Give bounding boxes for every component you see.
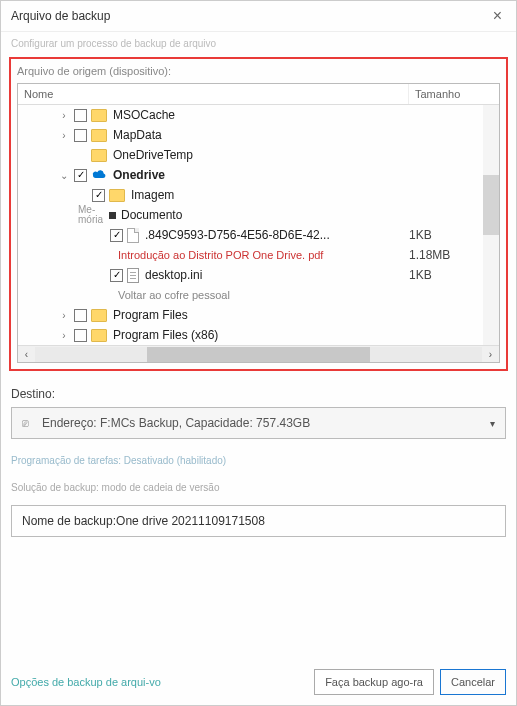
tree-row[interactable]: ›Program Files	[18, 305, 499, 325]
column-size[interactable]: Tamanho	[409, 84, 499, 104]
tree-item-label: desktop.ini	[145, 268, 202, 282]
tree-item-label: OneDriveTemp	[113, 148, 193, 162]
tree-row[interactable]: Me- móriaDocumento	[18, 205, 499, 225]
vertical-scrollbar[interactable]	[483, 105, 499, 345]
source-label: Arquivo de origem (dispositivo):	[17, 65, 500, 77]
tree-item-label: Voltar ao cofre pessoal	[118, 289, 230, 301]
tree-row[interactable]: OneDriveTemp	[18, 145, 499, 165]
folder-icon	[91, 149, 107, 162]
checkbox[interactable]	[74, 329, 87, 342]
expander-icon[interactable]: ›	[58, 310, 70, 321]
window-title: Arquivo de backup	[11, 9, 110, 23]
tree-item-label: Program Files (x86)	[113, 328, 218, 342]
chevron-down-icon: ▾	[490, 418, 495, 429]
expander-icon[interactable]: ⌄	[58, 170, 70, 181]
close-icon[interactable]: ×	[489, 7, 506, 25]
destination-icon: ⎚	[22, 417, 36, 429]
tree-item-label: MSOCache	[113, 108, 175, 122]
scroll-right-icon[interactable]: ›	[482, 346, 499, 363]
schedule-text[interactable]: Programação de tarefas: Desativado (habi…	[11, 455, 506, 466]
destination-text: Endereço: F:MCs Backup, Capacidade: 757.…	[42, 416, 490, 430]
square-icon	[109, 212, 116, 219]
backup-name-prefix: Nome de backup:	[22, 514, 116, 528]
backup-name-value: One drive 20211109171508	[116, 514, 265, 528]
document-icon	[127, 268, 139, 283]
backup-now-button[interactable]: Faça backup ago-ra	[314, 669, 434, 695]
folder-icon	[91, 329, 107, 342]
file-icon	[127, 228, 139, 243]
tree-item-label: Imagem	[131, 188, 174, 202]
cancel-button[interactable]: Cancelar	[440, 669, 506, 695]
checkbox[interactable]	[74, 129, 87, 142]
tree-row[interactable]: Introdução ao Distrito POR One Drive. pd…	[18, 245, 499, 265]
tree-row[interactable]: ›Program Files (x86)	[18, 325, 499, 345]
cloud-icon	[91, 168, 113, 183]
tree-row[interactable]: Voltar ao cofre pessoal	[18, 285, 499, 305]
tree-row[interactable]: ›MapData	[18, 125, 499, 145]
backup-name-field[interactable]: Nome de backup: One drive 20211109171508	[11, 505, 506, 537]
folder-icon	[91, 129, 107, 142]
checkbox[interactable]	[74, 109, 87, 122]
source-tree: Nome Tamanho ›MSOCache›MapDataOneDriveTe…	[17, 83, 500, 363]
checkbox[interactable]	[74, 309, 87, 322]
expander-icon[interactable]: ›	[58, 110, 70, 121]
scheme-text[interactable]: Solução de backup: modo de cadeia de ver…	[11, 482, 506, 493]
expander-icon[interactable]: ›	[58, 130, 70, 141]
column-name[interactable]: Nome	[18, 84, 409, 104]
source-panel: Arquivo de origem (dispositivo): Nome Ta…	[9, 57, 508, 371]
tree-row[interactable]: ⌄Onedrive	[18, 165, 499, 185]
scroll-left-icon[interactable]: ‹	[18, 346, 35, 363]
memory-label: Me- mória	[78, 205, 103, 225]
destination-label: Destino:	[11, 387, 506, 401]
tree-row[interactable]: Imagem	[18, 185, 499, 205]
checkbox[interactable]	[74, 169, 87, 182]
advanced-options-link[interactable]: Opções de backup de arqui-vo	[11, 676, 308, 688]
checkbox[interactable]	[110, 269, 123, 282]
folder-icon	[109, 189, 125, 202]
window-subtitle: Configurar um processo de backup de arqu…	[1, 32, 516, 55]
checkbox[interactable]	[110, 229, 123, 242]
tree-row[interactable]: .849C9593-D756-4E56-8D6E-42...1KB	[18, 225, 499, 245]
tree-row[interactable]: ›MSOCache	[18, 105, 499, 125]
folder-icon	[91, 309, 107, 322]
folder-icon	[91, 109, 107, 122]
expander-icon[interactable]: ›	[58, 330, 70, 341]
tree-item-label: Onedrive	[113, 168, 165, 182]
tree-item-label: Documento	[121, 208, 182, 222]
checkbox[interactable]	[92, 189, 105, 202]
tree-row[interactable]: desktop.ini1KB	[18, 265, 499, 285]
tree-item-label: Program Files	[113, 308, 188, 322]
tree-item-label: MapData	[113, 128, 162, 142]
horizontal-scrollbar[interactable]: ‹ ›	[18, 345, 499, 362]
tree-item-label: .849C9593-D756-4E56-8D6E-42...	[145, 228, 330, 242]
destination-selector[interactable]: ⎚ Endereço: F:MCs Backup, Capacidade: 75…	[11, 407, 506, 439]
tree-item-label: Introdução ao Distrito POR One Drive. pd…	[118, 249, 323, 261]
